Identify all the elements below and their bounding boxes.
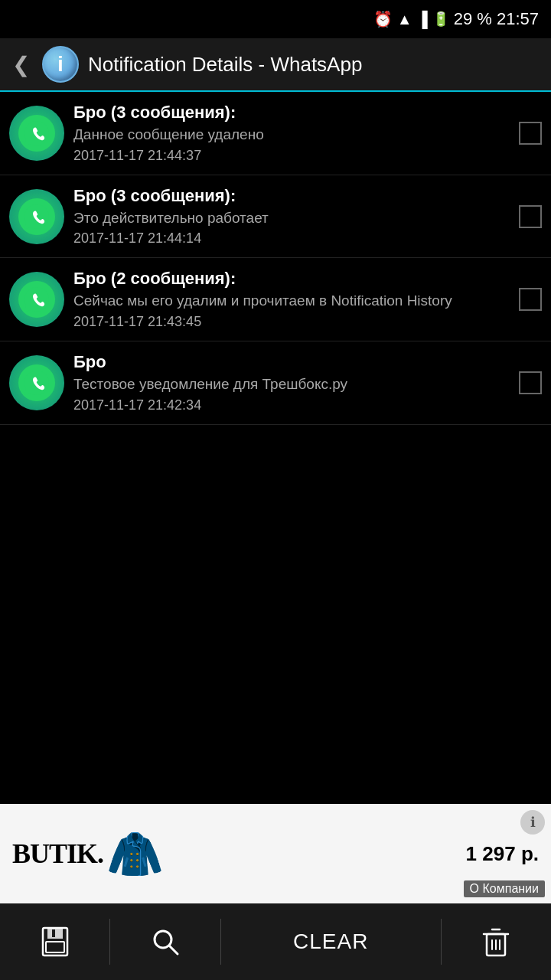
search-icon: [148, 925, 182, 959]
notification-content-4: Бро Тестовое уведомление для Трешбокс.ру…: [73, 352, 510, 413]
notification-content-2: Бро (3 сообщения): Это действительно раб…: [73, 186, 510, 247]
notification-body-2: Это действительно работает: [73, 209, 510, 228]
clear-button[interactable]: CLEAR: [221, 903, 441, 980]
notification-body-1: Данное сообщение удалено: [73, 126, 510, 145]
checkbox-4[interactable]: [519, 371, 542, 394]
svg-line-9: [169, 946, 178, 954]
app-logo: i: [42, 46, 79, 83]
whatsapp-icon-3: [9, 272, 64, 327]
app-header: ❮ i Notification Details - WhatsApp: [0, 38, 551, 92]
status-bar: ⏰ ▲ ▐ 🔋 29 % 21:57: [0, 0, 551, 38]
save-icon: [38, 925, 72, 959]
notification-time-4: 2017-11-17 21:42:34: [73, 397, 510, 413]
delete-button[interactable]: [442, 903, 551, 980]
signal-icon: ▐: [417, 11, 428, 28]
notification-content-1: Бро (3 сообщения): Данное сообщение удал…: [73, 103, 510, 164]
notification-body-4: Тестовое уведомление для Трешбокс.ру: [73, 375, 510, 394]
svg-rect-6: [46, 942, 64, 952]
notification-title-4: Бро: [73, 352, 510, 372]
checkbox-3[interactable]: [519, 288, 542, 311]
header-title: Notification Details - WhatsApp: [88, 53, 362, 77]
battery-icon: 🔋: [432, 11, 449, 28]
ad-logo-text: BUTIK.: [12, 838, 103, 870]
checkbox-2[interactable]: [519, 205, 542, 228]
whatsapp-icon-1: [9, 106, 64, 161]
whatsapp-icon-2: [9, 189, 64, 244]
wifi-icon: ▲: [397, 11, 412, 28]
alarm-icon: ⏰: [373, 10, 393, 28]
notifications-list: Бро (3 сообщения): Данное сообщение удал…: [0, 92, 551, 425]
back-arrow-icon[interactable]: ❮: [12, 52, 30, 77]
notification-item-4[interactable]: Бро Тестовое уведомление для Трешбокс.ру…: [0, 341, 551, 425]
notification-time-2: 2017-11-17 21:44:14: [73, 230, 510, 247]
ad-price-text: 1 297 р.: [166, 842, 539, 866]
bottom-toolbar: CLEAR: [0, 903, 551, 980]
ad-company-badge[interactable]: О Компании: [464, 880, 545, 897]
checkbox-1[interactable]: [519, 122, 542, 145]
notification-title-3: Бро (2 сообщения):: [73, 269, 510, 289]
notification-item-1[interactable]: Бро (3 сообщения): Данное сообщение удал…: [0, 92, 551, 175]
notification-item-3[interactable]: Бро (2 сообщения): Сейчас мы его удалим …: [0, 258, 551, 341]
notification-title-2: Бро (3 сообщения):: [73, 186, 510, 206]
clear-label: CLEAR: [293, 929, 368, 954]
ad-info-icon[interactable]: ℹ: [520, 810, 545, 835]
notification-body-3: Сейчас мы его удалим и прочитаем в Notif…: [73, 292, 510, 311]
search-button[interactable]: [110, 903, 220, 980]
svg-rect-7: [52, 929, 55, 937]
whatsapp-icon-4: [9, 355, 64, 410]
battery-text: 29 %: [454, 9, 492, 29]
notification-time-1: 2017-11-17 21:44:37: [73, 148, 510, 164]
notification-title-1: Бро (3 сообщения):: [73, 103, 510, 122]
notification-item-2[interactable]: Бро (3 сообщения): Это действительно раб…: [0, 175, 551, 259]
notification-time-3: 2017-11-17 21:43:45: [73, 314, 510, 330]
status-icons: ⏰ ▲ ▐ 🔋 29 % 21:57: [373, 9, 539, 29]
save-button[interactable]: [0, 903, 109, 980]
clock-text: 21:57: [497, 9, 539, 29]
ad-figure-icon: 🧥: [116, 815, 154, 892]
ad-banner[interactable]: BUTIK. 🧥 1 297 р. ℹ О Компании: [0, 804, 551, 903]
delete-icon: [479, 925, 513, 959]
notification-content-3: Бро (2 сообщения): Сейчас мы его удалим …: [73, 269, 510, 330]
